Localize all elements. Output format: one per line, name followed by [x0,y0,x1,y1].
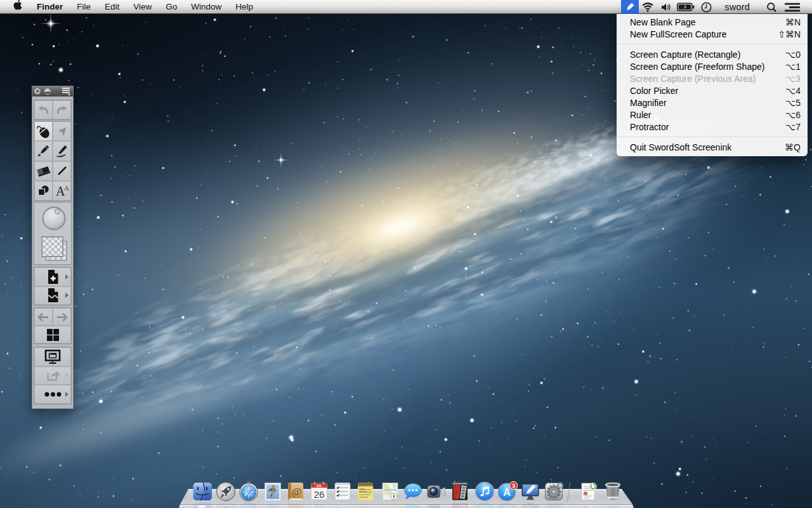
svg-text:A: A [64,185,69,192]
